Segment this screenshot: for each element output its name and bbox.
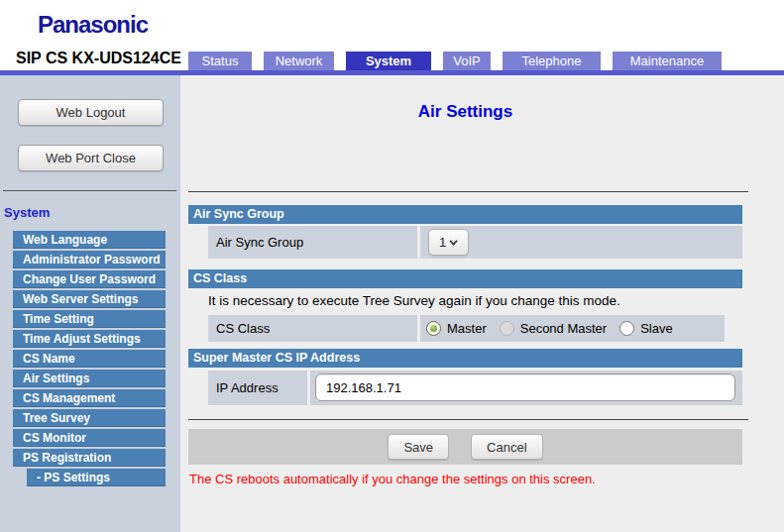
device-title: SIP CS KX-UDS124CE: [16, 50, 181, 67]
section-header-air-sync-group: Air Sync Group: [188, 205, 742, 224]
sidebar-item-cs-name[interactable]: CS Name: [13, 350, 166, 368]
tab-bar: Status Network System VoIP Telephone Mai…: [188, 52, 722, 70]
sidebar-item-tree-survey[interactable]: Tree Survey: [13, 409, 166, 427]
chevron-down-icon: [449, 237, 457, 245]
sidebar-divider: [3, 190, 176, 191]
sidebar: Web Logout Web Port Close System Web Lan…: [0, 75, 180, 532]
web-logout-button[interactable]: Web Logout: [18, 99, 164, 126]
section-header-super-master: Super Master CS IP Address: [188, 349, 742, 368]
sidebar-item-cs-monitor[interactable]: CS Monitor: [13, 429, 166, 447]
web-port-close-button[interactable]: Web Port Close: [18, 145, 164, 171]
air-sync-group-select[interactable]: 1: [428, 229, 469, 256]
radio-master[interactable]: [426, 321, 441, 336]
radio-second-master-label[interactable]: Second Master: [520, 321, 607, 336]
radio-slave-label[interactable]: Slave: [640, 321, 673, 336]
sidebar-menu: Web Language Administrator Password Chan…: [13, 231, 166, 488]
tab-system[interactable]: System: [346, 52, 431, 70]
sidebar-item-change-user-password[interactable]: Change User Password: [13, 270, 166, 288]
ip-address-label: IP Address: [208, 371, 307, 405]
radio-second-master[interactable]: [500, 321, 514, 336]
radio-master-label[interactable]: Master: [447, 321, 487, 336]
button-bar: Save Cancel: [188, 429, 742, 465]
sidebar-item-air-settings[interactable]: Air Settings: [13, 370, 166, 387]
main-content: Air Settings Air Sync Group Air Sync Gro…: [180, 75, 784, 532]
sidebar-item-web-language[interactable]: Web Language: [13, 231, 166, 249]
radio-slave[interactable]: [619, 321, 634, 336]
top-rule: [188, 191, 748, 192]
sidebar-item-ps-settings[interactable]: - PS Settings: [27, 469, 166, 486]
sidebar-item-ps-registration[interactable]: PS Registration: [13, 449, 166, 467]
save-button[interactable]: Save: [388, 434, 449, 460]
air-sync-group-value-cell: 1: [420, 226, 742, 259]
sidebar-item-web-server-settings[interactable]: Web Server Settings: [13, 290, 166, 308]
cs-class-note: It is necessary to execute Tree Survey a…: [208, 293, 620, 308]
sidebar-item-time-setting[interactable]: Time Setting: [13, 310, 166, 328]
reboot-warning-text: The CS reboots automatically if you chan…: [189, 472, 596, 486]
air-sync-group-selected-value: 1: [439, 235, 446, 250]
tab-telephone[interactable]: Telephone: [503, 52, 601, 70]
cs-class-label: CS Class: [208, 315, 417, 342]
panasonic-logo: Panasonic: [38, 11, 148, 39]
tab-maintenance[interactable]: Maintenance: [613, 52, 722, 70]
cs-class-radio-group: Master Second Master Slave: [426, 321, 680, 336]
cs-class-value-cell: Master Second Master Slave: [420, 315, 725, 342]
cancel-button[interactable]: Cancel: [471, 434, 542, 460]
bottom-rule: [188, 419, 748, 420]
tab-network[interactable]: Network: [264, 52, 334, 70]
sidebar-item-cs-management[interactable]: CS Management: [13, 389, 166, 407]
tab-status[interactable]: Status: [188, 52, 252, 70]
air-sync-group-label: Air Sync Group: [208, 226, 417, 259]
section-header-cs-class: CS Class: [188, 269, 742, 288]
sidebar-item-time-adjust-settings[interactable]: Time Adjust Settings: [13, 330, 166, 348]
ip-address-input[interactable]: [315, 373, 735, 401]
sidebar-section-title: System: [4, 205, 50, 220]
top-header: Panasonic SIP CS KX-UDS124CE Status Netw…: [0, 0, 784, 70]
sidebar-item-administrator-password[interactable]: Administrator Password: [13, 251, 166, 268]
page: Panasonic SIP CS KX-UDS124CE Status Netw…: [0, 0, 784, 532]
page-title: Air Settings: [188, 102, 742, 122]
tab-voip[interactable]: VoIP: [443, 52, 491, 70]
